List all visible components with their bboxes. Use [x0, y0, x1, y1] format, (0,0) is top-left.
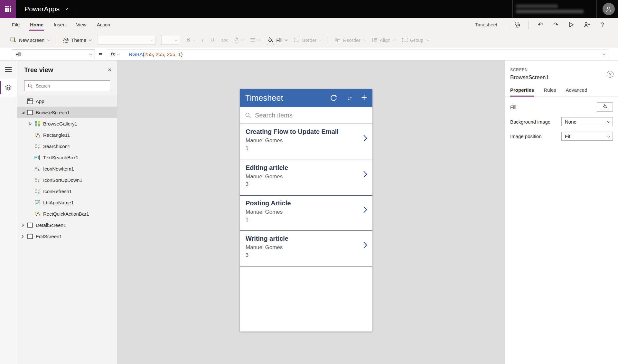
background-image-value: None: [565, 119, 576, 125]
border-icon: [294, 38, 299, 42]
italic-button[interactable]: I: [199, 32, 207, 48]
tree-item-BrowseGallery1[interactable]: BrowseGallery1: [17, 118, 117, 129]
tree-item-LblAppName1[interactable]: LblAppName1: [17, 197, 117, 208]
tree-item-IconSortUpDown1[interactable]: ⊘♡+↻IconSortUpDown1: [17, 174, 117, 186]
search-icon: [28, 83, 33, 89]
tree-item-TextSearchBox1[interactable]: TextSearchBox1: [17, 152, 117, 163]
gallery-item[interactable]: Writing articleManuel Gomes3: [240, 230, 372, 266]
underline-button[interactable]: U: [207, 32, 218, 48]
divider: [529, 21, 529, 29]
topbar-divider: [512, 0, 513, 18]
property-select[interactable]: Fill: [12, 50, 95, 59]
menu-home[interactable]: Home: [30, 18, 43, 32]
reorder-button[interactable]: Reorder: [332, 32, 369, 48]
phone-search-bar[interactable]: [240, 107, 372, 124]
tree-search-input[interactable]: [36, 83, 107, 89]
image-position-select[interactable]: Fit: [561, 132, 613, 141]
formula-text[interactable]: RGBA(255, 255, 255, 1): [129, 51, 183, 57]
collapsed-caret-icon[interactable]: [28, 122, 33, 126]
help-icon[interactable]: ?: [607, 71, 613, 78]
tree-search-box[interactable]: [24, 80, 110, 91]
chevron-down-icon: [285, 38, 288, 41]
menu-bar-right: Timesheet ↶ ↷ ?: [475, 21, 606, 29]
top-bar: PowerApps: [0, 0, 618, 18]
chevron-right-icon[interactable]: [363, 171, 367, 179]
tree-item-IconRefresh1[interactable]: ⊘♡+↻IconRefresh1: [17, 186, 117, 197]
tree-item-DetailScreen1[interactable]: DetailScreen1: [17, 219, 117, 231]
tree-item-Rectangle11[interactable]: Rectangle11: [17, 129, 117, 141]
theme-button[interactable]: Aa Theme: [60, 32, 95, 48]
app-checker-icon[interactable]: [513, 21, 521, 29]
screen-icon: [26, 109, 34, 116]
tree-item-label: TextSearchBox1: [43, 155, 78, 160]
font-family-select[interactable]: [98, 35, 155, 45]
tree-item-label: LblAppName1: [43, 200, 74, 205]
formula-input-box[interactable]: fx RGBA(255, 255, 255, 1): [106, 50, 609, 59]
bold-button[interactable]: B: [183, 32, 199, 48]
phone-title-icons: ↓↑ +: [330, 94, 367, 102]
tree-item-App[interactable]: App: [17, 96, 117, 107]
collapsed-caret-icon[interactable]: [21, 223, 26, 227]
collapsed-caret-icon[interactable]: [21, 235, 26, 238]
design-canvas[interactable]: Timesheet ↓↑ + Creating Flow to Update E…: [117, 61, 504, 364]
gallery-item-value: 1: [246, 145, 358, 151]
collapse-panel-button[interactable]: [0, 61, 17, 79]
avatar[interactable]: [603, 3, 615, 15]
chevron-down-icon: [607, 120, 610, 123]
chevron-right-icon[interactable]: [363, 241, 367, 250]
tab-properties[interactable]: Properties: [510, 87, 534, 97]
help-icon[interactable]: ?: [598, 21, 606, 29]
share-person-icon[interactable]: [583, 21, 591, 29]
close-icon[interactable]: ×: [108, 66, 111, 73]
background-image-select[interactable]: None: [561, 117, 613, 126]
search-icon: [245, 112, 251, 118]
tree-item-BrowseScreen1[interactable]: BrowseScreen1: [17, 107, 117, 118]
hamburger-icon: [5, 69, 12, 70]
undo-icon[interactable]: ↶: [537, 21, 544, 29]
tab-advanced[interactable]: Advanced: [566, 87, 587, 97]
new-screen-button[interactable]: New screen: [6, 32, 53, 48]
expanded-caret-icon[interactable]: [21, 111, 26, 114]
tree-item-label: BrowseGallery1: [43, 121, 77, 126]
menu-insert[interactable]: Insert: [54, 18, 66, 32]
phone-app-title[interactable]: Timesheet: [245, 93, 330, 103]
group-button[interactable]: Group: [399, 32, 432, 48]
chevron-right-icon[interactable]: [363, 135, 367, 143]
current-fill-swatch: [601, 109, 609, 110]
phone-screen-preview[interactable]: Timesheet ↓↑ + Creating Flow to Update E…: [240, 89, 372, 331]
fill-button[interactable]: Fill: [264, 32, 291, 48]
refresh-icon[interactable]: [330, 94, 338, 102]
gallery-item[interactable]: Editing articleManuel Gomes3: [240, 160, 372, 195]
font-color-button[interactable]: A: [232, 32, 247, 48]
tree-item-RectQuickActionBar1[interactable]: RectQuickActionBar1: [17, 208, 117, 219]
chevron-right-icon[interactable]: [363, 206, 367, 215]
expand-formula-chevron-icon[interactable]: [602, 52, 605, 55]
tab-rules[interactable]: Rules: [544, 87, 556, 97]
menu-view[interactable]: View: [76, 18, 86, 32]
border-button[interactable]: Border: [291, 32, 325, 48]
app-launcher-button[interactable]: [0, 0, 16, 18]
tree-view-rail-button[interactable]: [0, 79, 17, 97]
strikethrough-button[interactable]: abc: [218, 32, 232, 48]
menu-file[interactable]: File: [12, 18, 20, 32]
fill-color-picker-button[interactable]: [597, 102, 613, 112]
redo-icon[interactable]: ↷: [552, 21, 560, 29]
tree-list: AppBrowseScreen1BrowseGallery1Rectangle1…: [17, 96, 117, 242]
powerapps-brand[interactable]: PowerApps: [24, 5, 67, 13]
tree-item-IconNewItem1[interactable]: ⊘♡+↻IconNewItem1: [17, 163, 117, 174]
menu-action[interactable]: Action: [97, 18, 110, 32]
gallery-item[interactable]: Creating Flow to Update EmailManuel Gome…: [240, 124, 372, 160]
phone-title-bar[interactable]: Timesheet ↓↑ +: [240, 89, 372, 107]
phone-search-input[interactable]: [255, 112, 367, 119]
reorder-icon: [335, 38, 340, 42]
gallery-item[interactable]: Posting ArticleManuel Gomes1: [240, 195, 372, 230]
text-align-button[interactable]: [247, 32, 264, 48]
tree-item-EditScreen1[interactable]: EditScreen1: [17, 231, 117, 242]
align-button[interactable]: Align: [369, 32, 399, 48]
sort-icon[interactable]: ↓↑: [347, 95, 351, 102]
preview-play-icon[interactable]: [567, 21, 575, 29]
font-size-select[interactable]: [161, 35, 180, 45]
powerapps-studio: PowerApps File Home Insert View Action T…: [0, 0, 618, 364]
tree-item-SearchIcon1[interactable]: ⊘♡+↻SearchIcon1: [17, 141, 117, 152]
fx-dropdown[interactable]: fx: [106, 51, 127, 57]
